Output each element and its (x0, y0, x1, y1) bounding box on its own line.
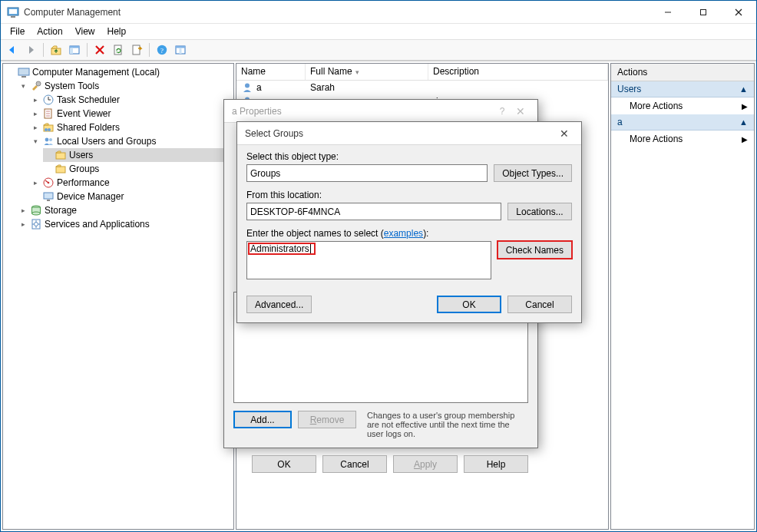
membership-note: Changes to a user's group membership are… (367, 411, 528, 438)
location-field[interactable] (246, 203, 501, 220)
close-icon[interactable]: ✕ (555, 127, 574, 140)
tree-label: Groups (69, 164, 99, 174)
tree-label: Users (69, 150, 93, 160)
tree-users[interactable]: Users (43, 148, 233, 162)
close-button[interactable] (721, 1, 756, 24)
close-icon[interactable]: ✕ (511, 105, 530, 117)
menubar: File Action View Help (1, 24, 756, 39)
object-names-entered: Administrators (249, 243, 315, 254)
cancel-button[interactable]: Cancel (322, 455, 387, 473)
clock-icon (42, 94, 55, 106)
menu-file[interactable]: File (4, 25, 31, 38)
actions-group-users[interactable]: Users ▲ (611, 81, 754, 97)
tree-groups[interactable]: Groups (43, 162, 233, 176)
list-header: Name Full Name▾ Description (236, 64, 608, 81)
check-names-button[interactable]: Check Names (498, 241, 572, 259)
minimize-button[interactable] (650, 1, 686, 24)
tree-pane[interactable]: Computer Management (Local) ▾ System Too… (2, 63, 234, 530)
svg-point-34 (49, 138, 52, 141)
col-name[interactable]: Name (236, 64, 306, 80)
col-description[interactable]: Description (428, 64, 608, 80)
tree-device-manager[interactable]: Device Manager (31, 190, 233, 203)
examples-link[interactable]: examples (384, 228, 423, 239)
tree-shared-folders[interactable]: ▸ Shared Folders (31, 121, 233, 134)
tree-label: Task Scheduler (57, 94, 120, 105)
actions-item-more-users[interactable]: More Actions ▶ (611, 97, 754, 114)
advanced-button[interactable]: Advanced... (246, 296, 312, 313)
actions-group-title-label: Users (617, 84, 641, 94)
menu-help[interactable]: Help (101, 25, 133, 38)
maximize-button[interactable] (686, 1, 721, 24)
event-icon (42, 107, 55, 120)
chevron-right-icon[interactable]: ▸ (31, 109, 40, 118)
svg-point-22 (36, 81, 41, 86)
object-types-button[interactable]: Object Types... (494, 164, 572, 182)
delete-button[interactable] (91, 41, 108, 58)
help-icon[interactable]: ? (493, 106, 511, 117)
tree-system-tools[interactable]: ▾ System Tools (18, 79, 233, 93)
object-names-value: Administrators (250, 243, 309, 254)
svg-point-32 (48, 128, 51, 131)
tree-local-users-groups[interactable]: ▾ Local Users and Groups (31, 134, 233, 148)
cell-name: a (256, 82, 262, 93)
svg-point-39 (48, 182, 50, 184)
ok-button[interactable]: OK (437, 296, 501, 313)
tree-event-viewer[interactable]: ▸ Event Viewer (31, 107, 233, 121)
refresh-button[interactable] (110, 41, 127, 58)
tree-storage[interactable]: ▸ Storage (18, 203, 233, 217)
add-button[interactable]: Add... (233, 411, 292, 428)
actions-item-label: More Actions (630, 101, 683, 111)
tree-label: Shared Folders (57, 122, 120, 133)
storage-icon (30, 204, 42, 216)
actions-header: Actions (611, 64, 754, 81)
chevron-right-icon[interactable]: ▸ (31, 123, 40, 132)
expander-icon[interactable] (6, 68, 15, 77)
chevron-right-icon[interactable]: ▸ (31, 95, 40, 104)
svg-rect-18 (176, 46, 185, 48)
actions-group-a[interactable]: a ▲ (611, 114, 754, 131)
actions-item-more-a[interactable]: More Actions ▶ (611, 131, 754, 147)
object-type-field[interactable] (246, 164, 488, 182)
up-button[interactable] (48, 41, 64, 58)
chevron-down-icon[interactable]: ▾ (31, 137, 40, 146)
col-fullname-label: Full Name (310, 66, 352, 77)
menu-view[interactable]: View (69, 25, 101, 38)
tree-label: Storage (45, 205, 77, 216)
chevron-right-icon[interactable]: ▸ (18, 220, 28, 229)
toolbar-separator (149, 43, 150, 57)
properties-dialog-titlebar: a Properties ? ✕ (224, 100, 537, 123)
tree-services-apps[interactable]: ▸ Services and Applications (18, 217, 233, 231)
show-hide-tree-button[interactable] (66, 41, 83, 58)
tree-label: Services and Applications (45, 219, 150, 230)
ok-button[interactable]: OK (252, 455, 316, 473)
svg-rect-40 (44, 193, 53, 199)
window-controls (650, 1, 756, 24)
export-button[interactable] (128, 41, 145, 58)
tree-root[interactable]: Computer Management (Local) (6, 65, 233, 79)
locations-button[interactable]: Locations... (507, 203, 572, 220)
select-groups-titlebar[interactable]: Select Groups ✕ (237, 122, 581, 145)
help-button[interactable]: Help (464, 455, 528, 473)
apply-button[interactable]: Apply (393, 455, 458, 473)
tree-system-tools-label: System Tools (45, 81, 99, 91)
list-row[interactable]: a Sarah (236, 81, 608, 94)
menu-action[interactable]: Action (31, 25, 68, 38)
chevron-down-icon[interactable]: ▾ (18, 81, 28, 91)
actions-group-title-label: a (617, 117, 623, 127)
help-button[interactable]: ? (154, 41, 170, 58)
cancel-button[interactable]: Cancel (507, 296, 572, 313)
users-groups-icon (42, 135, 55, 147)
forward-button[interactable] (22, 41, 39, 58)
chevron-right-icon[interactable]: ▸ (31, 178, 40, 187)
svg-rect-35 (56, 153, 65, 159)
properties-button[interactable] (172, 41, 189, 58)
tree-performance[interactable]: ▸ Performance (31, 176, 233, 190)
remove-button[interactable]: Remove (298, 411, 356, 428)
svg-point-33 (45, 138, 49, 142)
tree-task-scheduler[interactable]: ▸ Task Scheduler (31, 93, 233, 107)
col-fullname[interactable]: Full Name▾ (306, 64, 428, 80)
shared-folder-icon (42, 121, 55, 134)
back-button[interactable] (4, 41, 21, 58)
device-icon (42, 190, 55, 203)
chevron-right-icon[interactable]: ▸ (18, 206, 28, 215)
